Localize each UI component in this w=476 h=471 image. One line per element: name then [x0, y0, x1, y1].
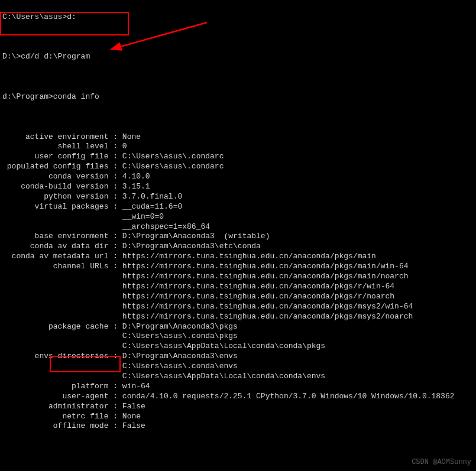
- blank: [2, 72, 476, 82]
- info-row: shell level : 0: [2, 142, 476, 152]
- info-row: C:\Users\asus\AppData\Local\conda\conda\…: [2, 372, 476, 382]
- blank: [2, 441, 476, 451]
- info-row: conda version : 4.10.0: [2, 172, 476, 182]
- info-row: envs directories : D:\Program\Anaconda3\…: [2, 352, 476, 362]
- info-row: __archspec=1=x86_64: [2, 222, 476, 232]
- info-row: C:\Users\asus\.conda\pkgs: [2, 332, 476, 342]
- info-row: active environment : None: [2, 132, 476, 142]
- info-row: package cache : D:\Program\Anaconda3\pkg…: [2, 322, 476, 332]
- info-row: https://mirrors.tuna.tsinghua.edu.cn/ana…: [2, 312, 476, 322]
- prompt-line: D:\>cd/d d:\Program: [2, 52, 476, 62]
- info-row: base environment : D:\Program\Anaconda3 …: [2, 232, 476, 242]
- info-row: administrator : False: [2, 402, 476, 412]
- info-row: https://mirrors.tuna.tsinghua.edu.cn/ana…: [2, 302, 476, 312]
- prompt-line: d:\Program>conda info: [2, 92, 476, 102]
- info-row: user-agent : conda/4.10.0 requests/2.25.…: [2, 392, 476, 402]
- blank: [2, 33, 476, 43]
- info-row: channel URLs : https://mirrors.tuna.tsin…: [2, 262, 476, 272]
- info-row: https://mirrors.tuna.tsinghua.edu.cn/ana…: [2, 292, 476, 302]
- blank: [2, 462, 476, 471]
- info-row: netrc file : None: [2, 412, 476, 422]
- prompt-line: C:\Users\asus>d:: [2, 12, 476, 22]
- info-row: offline mode : False: [2, 421, 476, 431]
- info-row: C:\Users\asus\AppData\Local\conda\conda\…: [2, 342, 476, 352]
- info-row: C:\Users\asus\.conda\envs: [2, 362, 476, 372]
- info-row: https://mirrors.tuna.tsinghua.edu.cn/ana…: [2, 282, 476, 292]
- terminal-output[interactable]: C:\Users\asus>d: D:\>cd/d d:\Program d:\…: [0, 0, 476, 471]
- info-row: https://mirrors.tuna.tsinghua.edu.cn/ana…: [2, 272, 476, 282]
- blank: [2, 112, 476, 122]
- info-row: platform : win-64: [2, 382, 476, 392]
- info-row: python version : 3.7.0.final.0: [2, 192, 476, 202]
- info-row: conda av data dir : D:\Program\Anaconda3…: [2, 242, 476, 252]
- info-row: __win=0=0: [2, 212, 476, 222]
- info-row: user config file : C:\Users\asus\.condar…: [2, 152, 476, 162]
- info-row: conda-build version : 3.15.1: [2, 182, 476, 192]
- info-row: virtual packages : __cuda=11.6=0: [2, 202, 476, 212]
- watermark: CSDN @AOMSunny: [412, 458, 471, 467]
- info-row: conda av metadata url : https://mirrors.…: [2, 252, 476, 262]
- info-row: populated config files : C:\Users\asus\.…: [2, 162, 476, 172]
